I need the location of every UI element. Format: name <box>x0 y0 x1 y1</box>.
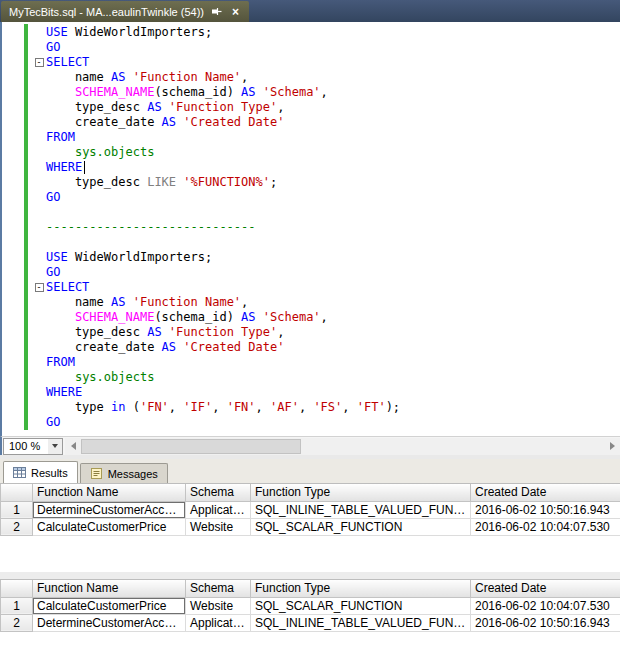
code-token <box>46 85 75 99</box>
fold-gutter <box>32 400 46 415</box>
column-header[interactable]: Created Date <box>471 484 620 501</box>
grid-cell[interactable]: CalculateCustomerPrice <box>33 518 186 535</box>
row-number-cell[interactable]: 1 <box>1 501 33 518</box>
fold-gutter <box>32 205 46 220</box>
column-header[interactable]: Schema <box>186 580 251 597</box>
code-editor[interactable]: USE WideWorldImporters;GO-SELECT name AS… <box>0 22 620 436</box>
scroll-right-button[interactable] <box>604 438 620 455</box>
code-token: AS <box>241 85 255 99</box>
fold-gutter <box>32 130 46 145</box>
grid-cell[interactable]: SQL_INLINE_TABLE_VALUED_FUNCTION <box>251 614 471 631</box>
pin-tab-button[interactable] <box>210 5 223 18</box>
column-header[interactable]: Function Name <box>33 580 186 597</box>
grid-cell[interactable]: 2016-06-02 10:04:07.530 <box>471 597 620 614</box>
scrollbar-track[interactable] <box>81 438 604 455</box>
code-token: name <box>46 70 111 84</box>
code-line[interactable]: USE WideWorldImporters; <box>32 250 620 265</box>
code-line[interactable]: create_date AS 'Created Date' <box>32 115 620 130</box>
grid-cell[interactable]: 2016-06-02 10:50:16.943 <box>471 614 620 631</box>
code-line[interactable]: FROM <box>32 355 620 370</box>
code-token: 'Created Date' <box>183 340 284 354</box>
tab-messages-label: Messages <box>108 468 158 480</box>
close-tab-button[interactable]: × <box>229 5 242 18</box>
code-token: 'Created Date' <box>183 115 284 129</box>
row-number-cell[interactable]: 2 <box>1 518 33 535</box>
messages-icon <box>90 467 103 480</box>
code-line[interactable]: GO <box>32 415 620 430</box>
column-header[interactable]: Created Date <box>471 580 620 597</box>
code-token: AS <box>111 295 125 309</box>
grid-cell[interactable]: Application <box>186 501 251 518</box>
fold-collapse-box[interactable]: - <box>35 283 44 292</box>
code-text: sys.objects <box>46 145 154 160</box>
row-number-cell[interactable]: 2 <box>1 614 33 631</box>
code-line[interactable]: SCHEMA_NAME(schema_id) AS 'Schema', <box>32 85 620 100</box>
code-line[interactable]: type in ('FN', 'IF', 'FN', 'AF', 'FS', '… <box>32 400 620 415</box>
grid-cell[interactable]: 2016-06-02 10:50:16.943 <box>471 501 620 518</box>
code-line[interactable]: -SELECT <box>32 280 620 295</box>
code-line[interactable]: sys.objects <box>32 370 620 385</box>
code-text: type in ('FN', 'IF', 'FN', 'AF', 'FS', '… <box>46 400 400 415</box>
code-line[interactable]: type_desc AS 'Function Type', <box>32 100 620 115</box>
table-row: 2CalculateCustomerPriceWebsiteSQL_SCALAR… <box>1 518 620 535</box>
code-text: SCHEMA_NAME(schema_id) AS 'Schema', <box>46 85 328 100</box>
grid-cell[interactable]: SQL_SCALAR_FUNCTION <box>251 518 471 535</box>
code-token: , <box>212 400 226 414</box>
code-line[interactable]: USE WideWorldImporters; <box>32 25 620 40</box>
code-line[interactable]: -SELECT <box>32 55 620 70</box>
code-text: sys.objects <box>46 370 154 385</box>
fold-gutter <box>32 115 46 130</box>
code-line[interactable]: GO <box>32 265 620 280</box>
grid-cell[interactable]: CalculateCustomerPrice <box>33 597 186 614</box>
grid-cell[interactable]: DetermineCustomerAccess <box>33 614 186 631</box>
code-token: , <box>277 100 284 114</box>
code-token: 'Function Name' <box>133 70 241 84</box>
zoom-dropdown-button[interactable] <box>48 439 62 454</box>
fold-collapse-box[interactable]: - <box>35 58 44 67</box>
column-header[interactable]: Function Type <box>251 484 471 501</box>
code-line[interactable]: type_desc LIKE '%FUNCTION%'; <box>32 175 620 190</box>
code-line[interactable]: GO <box>32 190 620 205</box>
code-line[interactable] <box>32 205 620 220</box>
code-line[interactable]: sys.objects <box>32 145 620 160</box>
column-header[interactable]: Function Type <box>251 580 471 597</box>
code-line[interactable]: name AS 'Function Name', <box>32 70 620 85</box>
column-header[interactable]: Function Name <box>33 484 186 501</box>
code-line[interactable]: FROM <box>32 130 620 145</box>
horizontal-scrollbar[interactable] <box>65 438 620 455</box>
code-line[interactable]: ----------------------------- <box>32 220 620 235</box>
zoom-level-dropdown[interactable]: 100 % <box>3 438 63 455</box>
scroll-left-button[interactable] <box>65 438 81 455</box>
grid-cell[interactable]: Website <box>186 597 251 614</box>
code-line[interactable] <box>32 235 620 250</box>
code-line[interactable]: type_desc AS 'Function Type', <box>32 325 620 340</box>
code-token <box>162 100 169 114</box>
fold-gutter <box>32 295 46 310</box>
code-token: SCHEMA_NAME <box>75 310 154 324</box>
code-line[interactable]: WHERE <box>32 160 620 175</box>
document-tab-title: MyTecBits.sql - MA...eaulinTwinkle (54)) <box>9 6 204 18</box>
code-line[interactable]: WHERE <box>32 385 620 400</box>
code-line[interactable]: SCHEMA_NAME(schema_id) AS 'Schema', <box>32 310 620 325</box>
code-line[interactable]: GO <box>32 40 620 55</box>
code-line[interactable]: name AS 'Function Name', <box>32 295 620 310</box>
code-token <box>46 310 75 324</box>
tab-messages[interactable]: Messages <box>80 463 168 483</box>
document-tab[interactable]: MyTecBits.sql - MA...eaulinTwinkle (54))… <box>1 1 249 22</box>
grid-cell[interactable]: Application <box>186 614 251 631</box>
grid-cell[interactable]: SQL_SCALAR_FUNCTION <box>251 597 471 614</box>
grid-cell[interactable]: 2016-06-02 10:04:07.530 <box>471 518 620 535</box>
tab-results[interactable]: Results <box>3 461 78 483</box>
column-header[interactable]: Schema <box>186 484 251 501</box>
code-token: WHERE <box>46 160 82 174</box>
grid-cell[interactable]: Website <box>186 518 251 535</box>
grid-corner-cell[interactable] <box>1 484 33 501</box>
grid-cell[interactable]: SQL_INLINE_TABLE_VALUED_FUNCTION <box>251 501 471 518</box>
editor-status-bar: 100 % <box>0 436 620 455</box>
grid-cell[interactable]: DetermineCustomerAccess <box>33 501 186 518</box>
code-line[interactable]: create_date AS 'Created Date' <box>32 340 620 355</box>
table-row: 2DetermineCustomerAccessApplicationSQL_I… <box>1 614 620 631</box>
row-number-cell[interactable]: 1 <box>1 597 33 614</box>
grid-corner-cell[interactable] <box>1 580 33 597</box>
scrollbar-thumb[interactable] <box>81 439 301 454</box>
